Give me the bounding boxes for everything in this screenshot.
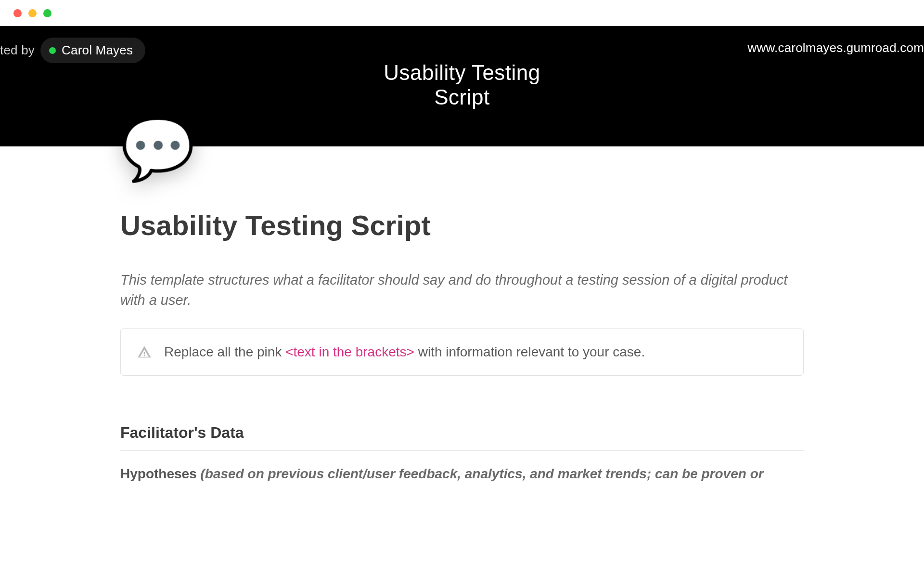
presence-dot-icon: [49, 47, 56, 54]
callout-pink-text: <text in the brackets>: [285, 344, 414, 359]
divider: [120, 450, 804, 451]
author-name: Carol Mayes: [62, 43, 133, 58]
callout-text: Replace all the pink <text in the bracke…: [164, 343, 645, 361]
hypotheses-label: Hypotheses: [120, 466, 201, 481]
hypotheses-paragraph: Hypotheses (based on previous client/use…: [120, 464, 804, 483]
traffic-light-zoom-icon[interactable]: [43, 9, 51, 17]
document-body: Usability Testing Script This template s…: [120, 146, 804, 484]
cover-title-line2: Script: [434, 85, 489, 109]
hypotheses-note: (based on previous client/user feedback,…: [201, 466, 764, 481]
site-url[interactable]: www.carolmayes.gumroad.com: [748, 40, 924, 55]
author-chip[interactable]: Carol Mayes: [40, 38, 145, 63]
callout-prefix: Replace all the pink: [164, 344, 285, 359]
callout-block: Replace all the pink <text in the bracke…: [120, 328, 804, 376]
created-by-label: ted by: [0, 43, 35, 58]
created-by-wrap: ted by Carol Mayes: [0, 38, 145, 63]
traffic-light-minimize-icon[interactable]: [28, 9, 37, 17]
mac-titlebar: [0, 0, 924, 26]
page-title: Usability Testing Script: [120, 209, 804, 241]
divider: [120, 255, 804, 255]
cover-title: Usability Testing Script: [384, 61, 540, 109]
traffic-light-close-icon[interactable]: [13, 9, 22, 17]
callout-suffix: with information relevant to your case.: [414, 344, 645, 359]
warning-icon: [137, 345, 152, 359]
section-heading-facilitator-data: Facilitator's Data: [120, 424, 804, 442]
intro-paragraph: This template structures what a facilita…: [120, 270, 804, 310]
cover-title-line1: Usability Testing: [384, 61, 540, 84]
